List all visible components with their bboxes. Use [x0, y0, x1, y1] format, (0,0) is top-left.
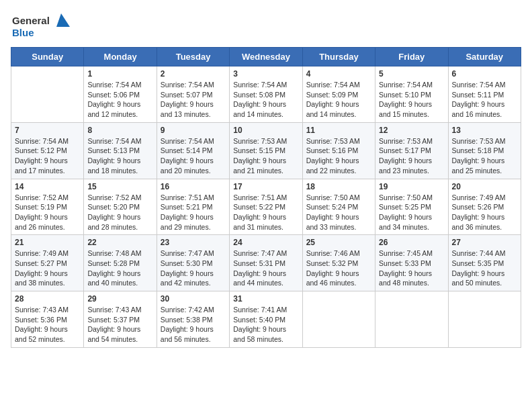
daylight-label: Daylight: 9 hours and 29 minutes. — [161, 213, 214, 231]
sunrise-label: Sunrise: 7:54 AM — [379, 81, 433, 89]
day-info: Sunrise: 7:45 AM Sunset: 5:33 PM Dayligh… — [379, 248, 444, 288]
calendar-cell: 9 Sunrise: 7:54 AM Sunset: 5:14 PM Dayli… — [157, 122, 229, 179]
sunset-label: Sunset: 5:24 PM — [306, 203, 359, 211]
sunrise-label: Sunrise: 7:54 AM — [161, 137, 214, 145]
daylight-label: Daylight: 9 hours and 18 minutes. — [87, 156, 140, 175]
day-info: Sunrise: 7:49 AM Sunset: 5:26 PM Dayligh… — [452, 193, 517, 232]
calendar-cell: 5 Sunrise: 7:54 AM Sunset: 5:10 PM Dayli… — [375, 66, 448, 123]
daylight-label: Daylight: 9 hours and 23 minutes. — [379, 156, 432, 175]
calendar-cell: 6 Sunrise: 7:54 AM Sunset: 5:11 PM Dayli… — [448, 66, 521, 123]
sunset-label: Sunset: 5:10 PM — [379, 91, 431, 99]
calendar-cell: 18 Sunrise: 7:50 AM Sunset: 5:24 PM Dayl… — [302, 179, 375, 235]
daylight-label: Daylight: 9 hours and 21 minutes. — [233, 156, 286, 175]
daylight-label: Daylight: 9 hours and 52 minutes. — [15, 325, 68, 343]
calendar-cell: 31 Sunrise: 7:41 AM Sunset: 5:40 PM Dayl… — [230, 291, 302, 348]
sunrise-label: Sunrise: 7:54 AM — [87, 81, 141, 89]
day-number: 17 — [233, 182, 298, 191]
day-info: Sunrise: 7:52 AM Sunset: 5:20 PM Dayligh… — [87, 193, 152, 232]
calendar-cell: 26 Sunrise: 7:45 AM Sunset: 5:33 PM Dayl… — [375, 235, 448, 291]
sunset-label: Sunset: 5:31 PM — [233, 259, 285, 267]
day-number: 29 — [87, 294, 152, 304]
sunset-label: Sunset: 5:11 PM — [452, 91, 504, 99]
day-number: 20 — [452, 182, 517, 191]
day-number: 22 — [87, 238, 152, 247]
sunrise-label: Sunrise: 7:46 AM — [306, 249, 360, 257]
day-info: Sunrise: 7:53 AM Sunset: 5:15 PM Dayligh… — [233, 136, 298, 176]
calendar-week-row: 21 Sunrise: 7:49 AM Sunset: 5:27 PM Dayl… — [11, 235, 521, 291]
day-info: Sunrise: 7:53 AM Sunset: 5:18 PM Dayligh… — [452, 136, 517, 176]
daylight-label: Daylight: 9 hours and 36 minutes. — [452, 213, 505, 231]
calendar-week-row: 1 Sunrise: 7:54 AM Sunset: 5:06 PM Dayli… — [11, 66, 521, 123]
day-number: 30 — [161, 294, 226, 304]
day-number: 6 — [452, 69, 517, 79]
day-number: 15 — [87, 182, 152, 191]
sunrise-label: Sunrise: 7:51 AM — [161, 193, 214, 201]
day-info: Sunrise: 7:49 AM Sunset: 5:27 PM Dayligh… — [15, 248, 80, 288]
sunrise-label: Sunrise: 7:54 AM — [306, 81, 360, 89]
sunset-label: Sunset: 5:20 PM — [87, 203, 140, 211]
daylight-label: Daylight: 9 hours and 17 minutes. — [15, 156, 68, 175]
day-number: 14 — [15, 182, 80, 191]
day-number: 18 — [306, 182, 371, 191]
calendar-container: General Blue SundayMondayTuesdayWednesda… — [0, 0, 532, 359]
svg-marker-2 — [56, 13, 70, 27]
sunset-label: Sunset: 5:35 PM — [452, 259, 504, 267]
day-info: Sunrise: 7:54 AM Sunset: 5:13 PM Dayligh… — [87, 136, 152, 176]
calendar-week-row: 7 Sunrise: 7:54 AM Sunset: 5:12 PM Dayli… — [11, 122, 521, 179]
day-number: 16 — [161, 182, 226, 191]
daylight-label: Daylight: 9 hours and 28 minutes. — [87, 213, 140, 231]
daylight-label: Daylight: 9 hours and 14 minutes. — [233, 100, 286, 118]
daylight-label: Daylight: 9 hours and 25 minutes. — [452, 156, 505, 175]
calendar-cell: 10 Sunrise: 7:53 AM Sunset: 5:15 PM Dayl… — [230, 122, 302, 179]
day-info: Sunrise: 7:47 AM Sunset: 5:30 PM Dayligh… — [161, 248, 226, 288]
day-number: 31 — [233, 294, 298, 304]
calendar-cell: 23 Sunrise: 7:47 AM Sunset: 5:30 PM Dayl… — [157, 235, 229, 291]
day-info: Sunrise: 7:54 AM Sunset: 5:12 PM Dayligh… — [15, 136, 80, 176]
calendar-cell: 7 Sunrise: 7:54 AM Sunset: 5:12 PM Dayli… — [11, 122, 84, 179]
sunrise-label: Sunrise: 7:45 AM — [379, 249, 433, 257]
day-info: Sunrise: 7:53 AM Sunset: 5:16 PM Dayligh… — [306, 136, 371, 176]
sunset-label: Sunset: 5:40 PM — [233, 316, 285, 324]
day-info: Sunrise: 7:41 AM Sunset: 5:40 PM Dayligh… — [233, 305, 298, 345]
daylight-label: Daylight: 9 hours and 46 minutes. — [306, 269, 359, 287]
calendar-cell: 28 Sunrise: 7:43 AM Sunset: 5:36 PM Dayl… — [11, 291, 84, 348]
day-info: Sunrise: 7:43 AM Sunset: 5:36 PM Dayligh… — [15, 305, 80, 345]
daylight-label: Daylight: 9 hours and 26 minutes. — [15, 213, 68, 231]
day-info: Sunrise: 7:50 AM Sunset: 5:24 PM Dayligh… — [306, 193, 371, 232]
day-number: 10 — [233, 126, 298, 135]
weekday-header: Thursday — [302, 48, 375, 66]
calendar-cell: 11 Sunrise: 7:53 AM Sunset: 5:16 PM Dayl… — [302, 122, 375, 179]
day-number: 3 — [233, 69, 298, 79]
header: General Blue — [11, 11, 521, 40]
calendar-cell: 12 Sunrise: 7:53 AM Sunset: 5:17 PM Dayl… — [375, 122, 448, 179]
calendar-cell: 25 Sunrise: 7:46 AM Sunset: 5:32 PM Dayl… — [302, 235, 375, 291]
day-number: 8 — [87, 126, 152, 135]
day-number: 27 — [452, 238, 517, 247]
sunrise-label: Sunrise: 7:51 AM — [233, 193, 287, 201]
day-info: Sunrise: 7:43 AM Sunset: 5:37 PM Dayligh… — [87, 305, 152, 345]
calendar-cell — [11, 66, 84, 123]
sunset-label: Sunset: 5:26 PM — [452, 203, 504, 211]
day-number: 12 — [379, 126, 444, 135]
calendar-cell: 30 Sunrise: 7:42 AM Sunset: 5:38 PM Dayl… — [157, 291, 229, 348]
day-number: 28 — [15, 294, 80, 304]
day-number: 13 — [452, 126, 517, 135]
sunset-label: Sunset: 5:30 PM — [161, 259, 213, 267]
daylight-label: Daylight: 9 hours and 31 minutes. — [233, 213, 286, 231]
sunset-label: Sunset: 5:25 PM — [379, 203, 431, 211]
calendar-cell — [375, 291, 448, 348]
weekday-header: Wednesday — [230, 48, 302, 66]
day-info: Sunrise: 7:44 AM Sunset: 5:35 PM Dayligh… — [452, 248, 517, 288]
day-number: 7 — [15, 126, 80, 135]
sunrise-label: Sunrise: 7:41 AM — [233, 306, 287, 314]
daylight-label: Daylight: 9 hours and 22 minutes. — [306, 156, 359, 175]
daylight-label: Daylight: 9 hours and 54 minutes. — [87, 325, 140, 343]
sunrise-label: Sunrise: 7:43 AM — [87, 306, 141, 314]
sunrise-label: Sunrise: 7:53 AM — [452, 137, 506, 145]
calendar-cell: 14 Sunrise: 7:52 AM Sunset: 5:19 PM Dayl… — [11, 179, 84, 235]
calendar-cell: 19 Sunrise: 7:50 AM Sunset: 5:25 PM Dayl… — [375, 179, 448, 235]
calendar-cell: 16 Sunrise: 7:51 AM Sunset: 5:21 PM Dayl… — [157, 179, 229, 235]
weekday-header: Monday — [84, 48, 157, 66]
daylight-label: Daylight: 9 hours and 33 minutes. — [306, 213, 359, 231]
sunrise-label: Sunrise: 7:49 AM — [15, 249, 69, 257]
